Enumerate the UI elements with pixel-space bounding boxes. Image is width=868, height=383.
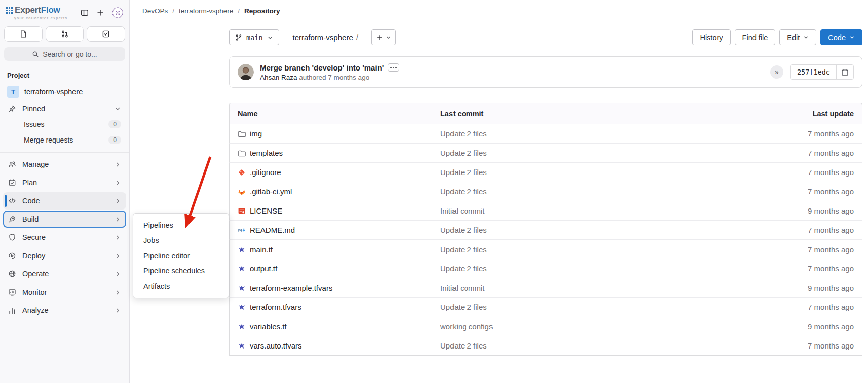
commit-message-link[interactable]: Update 2 files xyxy=(440,168,487,177)
sidebar-item-issues[interactable]: Issues 0 xyxy=(3,117,126,132)
table-row: variables.tf working configs 9 months ag… xyxy=(229,317,862,336)
flyout-item-artifacts[interactable]: Artifacts xyxy=(133,278,229,294)
sidebar-toggle-icon[interactable] xyxy=(81,9,89,17)
table-row: .gitlab-ci.yml Update 2 files 7 months a… xyxy=(229,182,862,201)
file-link[interactable]: terraform-example.tfvars xyxy=(238,284,424,292)
table-row: LICENSE Initial commit 9 months ago xyxy=(229,201,862,221)
last-update-cell: 7 months ago xyxy=(741,124,862,144)
plus-icon xyxy=(376,34,383,41)
file-link[interactable]: img xyxy=(238,129,424,138)
repo-path: terraform-vsphere/ xyxy=(293,33,358,42)
file-link[interactable]: output.tf xyxy=(238,264,424,273)
add-file-button[interactable] xyxy=(371,29,396,45)
manage-label: Manage xyxy=(22,160,108,168)
commit-author-avatar[interactable] xyxy=(238,64,254,80)
sidebar-item-plan[interactable]: Plan xyxy=(3,174,126,191)
flyout-item-pipelines[interactable]: Pipelines xyxy=(133,218,229,233)
file-link[interactable]: variables.tf xyxy=(238,322,424,331)
markdown-icon xyxy=(238,226,246,234)
pinned-label: Pinned xyxy=(22,105,45,113)
file-link[interactable]: main.tf xyxy=(238,245,424,254)
chevron-right-icon xyxy=(115,307,121,314)
last-update-cell: 7 months ago xyxy=(741,336,862,356)
commit-author-link[interactable]: Ahsan Raza xyxy=(260,74,297,81)
git-file-icon xyxy=(238,168,246,177)
pipeline-expand-button[interactable]: » xyxy=(770,65,783,79)
table-row: vars.auto.tfvars Update 2 files 7 months… xyxy=(229,336,862,356)
branch-selector[interactable]: main xyxy=(229,29,279,45)
sidebar-item-merge-requests[interactable]: Merge requests 0 xyxy=(3,132,126,148)
flyout-item-jobs[interactable]: Jobs xyxy=(133,233,229,248)
sidebar-item-monitor[interactable]: Monitor xyxy=(3,284,126,301)
todos-shortcut-button[interactable] xyxy=(87,26,125,42)
commit-message-link[interactable]: Update 2 files xyxy=(440,303,487,311)
flyout-item-pipeline-editor[interactable]: Pipeline editor xyxy=(133,248,229,263)
commit-message-link[interactable]: Update 2 files xyxy=(440,149,487,157)
terraform-file-icon xyxy=(238,265,246,273)
commit-message-link[interactable]: Update 2 files xyxy=(440,226,487,234)
sidebar-item-secure[interactable]: Secure xyxy=(3,229,126,246)
create-new-plus-icon[interactable] xyxy=(96,9,104,17)
merge-requests-shortcut-button[interactable] xyxy=(46,26,84,42)
folder-icon xyxy=(238,149,246,157)
file-link[interactable]: .gitignore xyxy=(238,168,424,177)
sidebar-project-link[interactable]: T terraform-vsphere xyxy=(3,83,126,100)
terraform-file-icon xyxy=(238,303,246,311)
file-link[interactable]: README.md xyxy=(238,226,424,234)
sidebar-item-manage[interactable]: Manage xyxy=(3,156,126,173)
search-input[interactable]: Search or go to... xyxy=(4,47,125,61)
file-link[interactable]: .gitlab-ci.yml xyxy=(238,187,424,196)
find-file-button[interactable]: Find file xyxy=(735,29,776,45)
commit-message-link[interactable]: Update 2 files xyxy=(440,341,487,350)
license-icon xyxy=(238,207,246,215)
operate-label: Operate xyxy=(22,270,108,278)
commit-ellipsis-button[interactable] xyxy=(388,63,399,72)
last-commit-panel: Merge branch 'develop' into 'main' Ahsan… xyxy=(229,56,862,88)
commit-message-link[interactable]: working configs xyxy=(440,322,493,331)
table-row: terraform.tfvars Update 2 files 7 months… xyxy=(229,298,862,317)
history-button[interactable]: History xyxy=(692,29,730,45)
last-update-cell: 9 months ago xyxy=(741,201,862,221)
sidebar-item-operate[interactable]: Operate xyxy=(3,265,126,283)
file-link[interactable]: LICENSE xyxy=(238,206,424,215)
build-flyout-menu: Pipelines Jobs Pipeline editor Pipeline … xyxy=(133,213,229,298)
issues-count-badge: 0 xyxy=(108,120,121,128)
chevron-down-icon xyxy=(849,34,855,40)
project-name: terraform-vsphere xyxy=(24,88,83,96)
file-link[interactable]: templates xyxy=(238,149,424,157)
breadcrumb-group[interactable]: DevOPs xyxy=(142,7,168,15)
code-button[interactable]: Code xyxy=(820,29,862,45)
user-avatar[interactable] xyxy=(112,7,123,18)
expertflow-logo[interactable]: ExpertFlow your callcenter experts xyxy=(6,5,67,20)
commit-meta-text: authored 7 months ago xyxy=(297,74,370,81)
breadcrumb-project[interactable]: terraform-vsphere xyxy=(179,7,233,15)
commit-title-link[interactable]: Merge branch 'develop' into 'main' xyxy=(260,63,384,72)
commit-message-link[interactable]: Update 2 files xyxy=(440,129,487,138)
shield-icon xyxy=(8,233,16,241)
commit-message-link[interactable]: Initial commit xyxy=(440,284,485,292)
flyout-item-pipeline-schedules[interactable]: Pipeline schedules xyxy=(133,263,229,278)
folder-icon xyxy=(238,130,246,138)
todo-shortcut-icon xyxy=(102,30,110,38)
sidebar-item-deploy[interactable]: Deploy xyxy=(3,247,126,264)
sidebar-item-analyze[interactable]: Analyze xyxy=(3,302,126,319)
repository-main: main terraform-vsphere/ History Find fil… xyxy=(229,22,862,356)
edit-button[interactable]: Edit xyxy=(779,29,816,45)
file-link[interactable]: terraform.tfvars xyxy=(238,303,424,311)
commit-message-link[interactable]: Update 2 files xyxy=(440,187,487,196)
commit-hash: 257f1edc xyxy=(791,65,836,79)
file-link[interactable]: vars.auto.tfvars xyxy=(238,341,424,350)
build-label: Build xyxy=(22,215,108,223)
sidebar-item-pinned[interactable]: Pinned xyxy=(3,101,126,116)
terraform-file-icon xyxy=(238,323,246,331)
chevron-down-icon xyxy=(267,34,273,41)
terraform-file-icon xyxy=(238,284,246,292)
commit-message-link[interactable]: Initial commit xyxy=(440,206,485,215)
gitlab-ci-icon xyxy=(238,188,246,196)
issues-shortcut-button[interactable] xyxy=(4,26,43,42)
sidebar-item-code[interactable]: Code xyxy=(3,192,126,210)
commit-message-link[interactable]: Update 2 files xyxy=(440,264,487,273)
commit-message-link[interactable]: Update 2 files xyxy=(440,245,487,254)
copy-commit-hash-button[interactable] xyxy=(836,65,853,79)
sidebar-item-build[interactable]: Build xyxy=(3,211,126,228)
